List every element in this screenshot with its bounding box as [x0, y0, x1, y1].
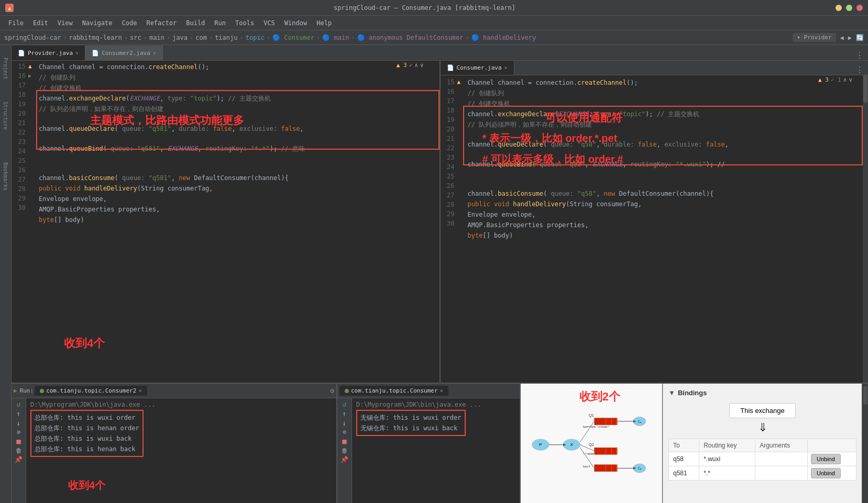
rerun-btn-consumer[interactable]: ↺ — [343, 400, 347, 408]
nav-up-right[interactable]: ∧ — [843, 76, 847, 83]
breadcrumb-handle[interactable]: 🔵 handleDelivery — [471, 34, 536, 41]
editor-options-left[interactable]: ⋮ — [851, 50, 868, 60]
q2-label: Q2 — [589, 442, 594, 447]
menu-file[interactable]: File — [4, 18, 28, 28]
scroll-up-consumer[interactable]: ↑ — [343, 410, 347, 418]
rln-26: 26 — [443, 181, 455, 191]
right-gutter: ▲ — [457, 77, 466, 241]
minimize-button[interactable] — [836, 5, 842, 11]
refresh-icon[interactable]: 🔄 — [856, 34, 864, 41]
unbind-q581-button[interactable]: Unbind — [811, 468, 841, 478]
bottom-consumer-tab[interactable]: com.tianju.topic.Consumer × — [339, 386, 448, 396]
code-line-28-left: Envelope envelope, — [39, 194, 440, 204]
breadcrumb-com[interactable]: com — [195, 34, 207, 41]
maximize-button[interactable] — [846, 5, 852, 11]
breadcrumb-topic[interactable]: topic — [246, 34, 265, 41]
right-line-numbers: 15 16 17 18 19 20 21 22 23 24 25 26 — [441, 77, 457, 241]
clear-btn-left[interactable]: 🗑 — [16, 447, 22, 454]
close-button[interactable] — [856, 5, 863, 11]
menu-window[interactable]: Window — [280, 18, 311, 28]
nav-back[interactable]: ◀ — [840, 34, 844, 41]
notif-strip-item[interactable] — [863, 386, 867, 405]
tab-consumer2-close[interactable]: × — [153, 50, 156, 56]
bindings-panel: ▼ Bindings This exchange ⇓ To Routing ke… — [663, 384, 862, 503]
menu-navigate[interactable]: Navigate — [78, 18, 117, 28]
scroll-up-btn[interactable]: ↑ — [17, 410, 21, 418]
menu-build[interactable]: Build — [182, 18, 209, 28]
right-code-text[interactable]: Channel channel = connection.createChann… — [466, 77, 869, 241]
nav-down-right[interactable]: ∨ — [849, 76, 852, 83]
left-activity-bar: Project Structure Bookmarks — [0, 45, 12, 503]
filter-consumer[interactable]: ⚙ — [343, 429, 346, 435]
menu-refactor[interactable]: Refactor — [142, 18, 181, 28]
main-area: Project Structure Bookmarks 📄 Provider.j… — [0, 45, 868, 503]
rln-29: 29 — [443, 209, 455, 219]
stop-consumer[interactable]: ■ — [342, 437, 346, 445]
menu-edit[interactable]: Edit — [29, 18, 52, 28]
editor-options-right[interactable]: ⋮ — [851, 65, 868, 75]
bottom-left-output-box: 总部仓库: this is wuxi order 总部仓库: this is h… — [30, 410, 144, 457]
rerun-btn[interactable]: ↺ — [17, 400, 21, 408]
clear-consumer[interactable]: 🗑 — [342, 447, 348, 454]
title-bar-title: springCloud-car – Consumer.java [rabbitm… — [334, 4, 515, 12]
left-code-text[interactable]: Channel channel = connection.createChann… — [37, 62, 440, 225]
bindings-collapse-icon[interactable]: ▼ — [668, 389, 675, 397]
filter-btn[interactable]: ⚙ — [17, 429, 20, 435]
tab-provider[interactable]: 📄 Provider.java × — [12, 46, 85, 60]
bottom-left-content: ↺ ↑ ↓ ⚙ ■ 🗑 📌 D:\Myprogram\JDK\bin\java.… — [12, 398, 336, 503]
breadcrumb-consumer-file[interactable]: 🔵 Consumer — [272, 34, 314, 41]
col-routing-key: Routing key — [699, 439, 755, 452]
right-scrollbar-thumb[interactable] — [863, 71, 867, 103]
menu-tools[interactable]: Tools — [231, 18, 258, 28]
stop-btn-left[interactable]: ■ — [16, 437, 20, 445]
tab-consumer-right-close[interactable]: × — [504, 65, 508, 71]
menu-view[interactable]: View — [53, 18, 77, 28]
breadcrumb-project[interactable]: springCloud-car — [4, 34, 61, 41]
bindings-exchange-wrapper: This exchange — [668, 403, 856, 418]
menu-help[interactable]: Help — [312, 18, 336, 28]
breadcrumb-module[interactable]: rabbitmq-learn — [69, 34, 122, 41]
bottom-left-settings[interactable]: ⚙ — [330, 387, 334, 395]
bottom-left-tab[interactable]: com.tianju.topic.Consumer2 × — [35, 386, 147, 396]
left-warning-bar: ▲ 3 ✓ ∧ ∨ — [397, 62, 424, 69]
tab-consumer2[interactable]: 📄 Consumer2.java × — [85, 46, 163, 60]
ln-17: 17 — [14, 81, 26, 90]
right-scrollbar[interactable] — [863, 61, 868, 383]
rln-25: 25 — [443, 172, 455, 181]
consumer-output-2: 无锡仓库: this is wuxi back — [360, 423, 462, 433]
pin-btn-left[interactable]: 📌 — [15, 456, 23, 463]
rln-20: 20 — [443, 125, 455, 134]
this-exchange-button[interactable]: This exchange — [729, 403, 796, 418]
rln-21: 21 — [443, 134, 455, 143]
nav-up-left[interactable]: ∧ — [414, 62, 418, 69]
nav-forward[interactable]: ▶ — [848, 34, 852, 41]
right-editor: 📄 Consumer.java × ⋮ ▲ 3 ✓ 1 ∧ ∨ — [441, 61, 869, 383]
tab-consumer-right[interactable]: 📄 Consumer.java × — [441, 61, 514, 75]
dual-editors: ▲ 3 ✓ ∧ ∨ 15 16 17 18 19 — [12, 61, 868, 383]
scroll-down-consumer[interactable]: ↓ — [343, 419, 347, 427]
menu-vcs[interactable]: VCS — [259, 18, 279, 28]
provider-dropdown[interactable]: ▾ Provider — [793, 33, 836, 42]
tab-provider-close[interactable]: × — [75, 50, 79, 56]
left-tab-bar: 📄 Provider.java × 📄 Consumer2.java × ⋮ — [12, 45, 868, 61]
breadcrumb-main[interactable]: main — [149, 34, 164, 41]
x-label: X — [570, 442, 573, 447]
menu-code[interactable]: Code — [118, 18, 141, 28]
nav-down-left[interactable]: ∨ — [420, 62, 424, 69]
bottom-consumer-close[interactable]: × — [440, 387, 444, 394]
bottom-left-tab-bar: ▶ Run: com.tianju.topic.Consumer2 × ⚙ — [12, 384, 336, 398]
unbind-q58-button[interactable]: Unbind — [811, 454, 841, 464]
ln-29: 29 — [14, 194, 26, 203]
rcode-20 — [468, 130, 869, 139]
breadcrumb-main-method[interactable]: 🔵 main — [322, 34, 349, 41]
breadcrumb-anon[interactable]: 🔵 anonymous DefaultConsumer — [357, 34, 464, 41]
breadcrumb-java[interactable]: java — [172, 34, 188, 41]
breadcrumb-src[interactable]: src — [130, 34, 141, 41]
scroll-down-btn[interactable]: ↓ — [17, 419, 21, 427]
output-line-3: 总部仓库: this is wuxi back — [35, 433, 139, 444]
gutter-run-27[interactable]: ▶ — [28, 71, 37, 81]
screenshot-consumer[interactable]: 📌 — [340, 456, 348, 463]
breadcrumb-tianju[interactable]: tianju — [215, 34, 237, 41]
menu-run[interactable]: Run — [210, 18, 230, 28]
bottom-left-tab-close[interactable]: × — [138, 387, 142, 394]
